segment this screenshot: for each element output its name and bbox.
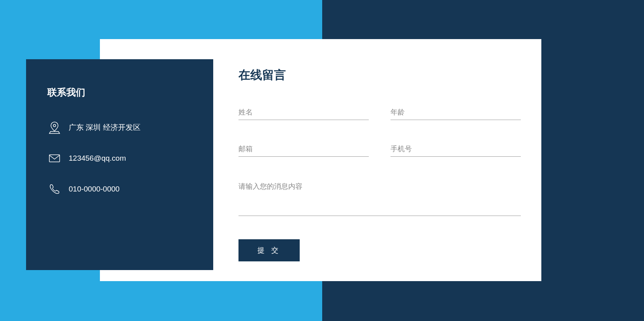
contact-address-text: 广东 深圳 经济开发区 (69, 122, 141, 133)
phone-icon (47, 182, 62, 196)
contact-address-item: 广东 深圳 经济开发区 (47, 120, 192, 135)
message-form-section: 在线留言 提 交 (238, 67, 521, 261)
message-textarea[interactable] (238, 178, 521, 216)
phone-input[interactable] (391, 142, 521, 157)
contact-phone-item: 010-0000-0000 (47, 182, 192, 196)
contact-email-item: 123456@qq.com (47, 151, 192, 165)
contact-title: 联系我们 (47, 86, 192, 99)
email-input[interactable] (238, 142, 369, 157)
age-input[interactable] (391, 105, 521, 120)
location-icon (47, 120, 62, 135)
contact-info-card: 联系我们 广东 深圳 经济开发区 123456@qq.com 010-000 (26, 59, 213, 270)
email-icon (47, 151, 62, 165)
form-row-1 (238, 105, 521, 120)
contact-phone-text: 010-0000-0000 (69, 185, 120, 193)
name-input[interactable] (238, 105, 369, 120)
svg-point-0 (53, 124, 56, 127)
svg-rect-1 (49, 155, 60, 162)
contact-email-text: 123456@qq.com (69, 154, 126, 163)
form-title: 在线留言 (238, 67, 521, 83)
submit-button[interactable]: 提 交 (238, 239, 300, 261)
form-row-2 (238, 142, 521, 157)
